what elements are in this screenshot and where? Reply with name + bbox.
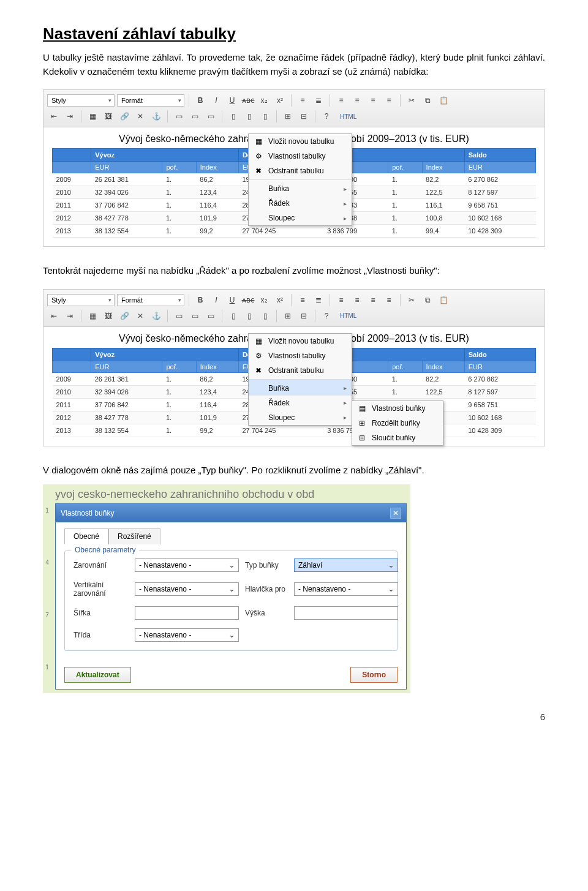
row-after-button[interactable]: ▭ <box>188 110 202 123</box>
menu-cell[interactable]: Buňka▸ <box>249 179 352 196</box>
col-before-button[interactable]: ▯ <box>227 110 240 123</box>
superscript-button[interactable]: x² <box>273 293 287 307</box>
menu-delete-table[interactable]: ✖Odstranit tabulku <box>249 363 352 378</box>
cell: 10 428 309 <box>464 225 535 238</box>
link-button[interactable]: 🔗 <box>118 309 131 323</box>
valign-select[interactable]: - Nenastaveno - <box>135 582 239 596</box>
close-icon[interactable]: ✕ <box>390 508 401 519</box>
style-dropdown[interactable]: Styly <box>47 94 115 107</box>
underline-button[interactable]: U <box>225 293 239 307</box>
align-right-button[interactable]: ≡ <box>366 94 380 107</box>
merge-cell-button[interactable]: ⊟ <box>297 309 311 323</box>
outdent-button[interactable]: ⇤ <box>47 309 61 323</box>
class-label: Třída <box>74 631 129 639</box>
delete-col-button[interactable]: ▯ <box>258 309 272 323</box>
superscript-button[interactable]: x² <box>273 94 287 107</box>
update-button[interactable]: Aktualizovat <box>64 667 131 683</box>
html-button[interactable]: HTML <box>336 110 361 123</box>
menu-insert-table[interactable]: ▦Vložit novou tabulku <box>249 134 352 149</box>
align-justify-button[interactable]: ≡ <box>382 293 396 307</box>
paste-button[interactable]: 📋 <box>437 94 450 107</box>
format-dropdown[interactable]: Formát <box>117 94 184 107</box>
align-center-button[interactable]: ≡ <box>350 94 364 107</box>
align-justify-button[interactable]: ≡ <box>382 94 396 107</box>
unlink-button[interactable]: ✕ <box>134 110 147 123</box>
menu-column[interactable]: Sloupec▸ <box>249 410 352 425</box>
menu-row[interactable]: Řádek▸ <box>249 396 352 410</box>
subscript-button[interactable]: x₂ <box>257 94 271 107</box>
align-select[interactable]: - Nenastaveno - <box>135 558 239 572</box>
strike-button[interactable]: ᴀʙᴄ <box>241 94 255 107</box>
format-dropdown[interactable]: Formát <box>117 294 184 306</box>
outdent-button[interactable]: ⇤ <box>47 110 61 123</box>
strike-button[interactable]: ᴀʙᴄ <box>241 293 255 307</box>
submenu-cell-props[interactable]: ▤Vlastnosti buňky <box>352 401 443 416</box>
class-select[interactable]: - Nenastaveno - <box>135 628 239 642</box>
copy-button[interactable]: ⧉ <box>421 94 434 107</box>
menu-column[interactable]: Sloupec▸ <box>249 211 352 225</box>
menu-row[interactable]: Řádek▸ <box>249 196 352 211</box>
row-before-button[interactable]: ▭ <box>172 309 186 323</box>
ol-button[interactable]: ≣ <box>312 293 325 307</box>
link-button[interactable]: 🔗 <box>118 110 131 123</box>
indent-button[interactable]: ⇥ <box>63 309 77 323</box>
anchor-button[interactable]: ⚓ <box>149 110 163 123</box>
cut-button[interactable]: ✂ <box>405 293 418 307</box>
submenu-split-cells[interactable]: ⊞Rozdělit buňky <box>352 416 443 430</box>
context-menu: ▦Vložit novou tabulku ⚙Vlastnosti tabulk… <box>248 133 352 226</box>
html-button[interactable]: HTML <box>336 309 361 323</box>
ul-button[interactable]: ≡ <box>296 94 309 107</box>
cell: 1. <box>162 199 196 212</box>
delete-row-button[interactable]: ▭ <box>204 309 217 323</box>
help-button[interactable]: ? <box>320 110 333 123</box>
subscript-button[interactable]: x₂ <box>257 293 271 307</box>
ol-button[interactable]: ≣ <box>312 94 325 107</box>
cut-button[interactable]: ✂ <box>405 94 418 107</box>
copy-button[interactable]: ⧉ <box>421 293 434 307</box>
underline-button[interactable]: U <box>225 94 239 107</box>
col-after-button[interactable]: ▯ <box>243 309 256 323</box>
menu-insert-table[interactable]: ▦Vložit novou tabulku <box>249 334 352 348</box>
split-cell-button[interactable]: ⊞ <box>281 309 295 323</box>
split-cell-button[interactable]: ⊞ <box>281 110 295 123</box>
table-button[interactable]: ▦ <box>86 309 99 323</box>
col-after-button[interactable]: ▯ <box>243 110 256 123</box>
bold-button[interactable]: B <box>194 94 207 107</box>
bold-button[interactable]: B <box>194 293 207 307</box>
tab-general[interactable]: Obecné <box>64 528 108 544</box>
width-input[interactable] <box>135 606 239 620</box>
indent-button[interactable]: ⇥ <box>63 110 77 123</box>
menu-table-props[interactable]: ⚙Vlastnosti tabulky <box>249 348 352 363</box>
ul-button[interactable]: ≡ <box>296 293 309 307</box>
table-button[interactable]: ▦ <box>86 110 99 123</box>
anchor-button[interactable]: ⚓ <box>149 309 163 323</box>
row-after-button[interactable]: ▭ <box>188 309 202 323</box>
unlink-button[interactable]: ✕ <box>134 309 147 323</box>
cell-type-select[interactable]: Záhlaví <box>294 558 398 572</box>
dialog-titlebar[interactable]: Vlastnosti buňky ✕ <box>56 504 406 522</box>
italic-button[interactable]: I <box>209 293 223 307</box>
height-input[interactable] <box>294 606 398 620</box>
align-left-button[interactable]: ≡ <box>334 94 348 107</box>
align-left-button[interactable]: ≡ <box>334 293 348 307</box>
submenu-merge-cells[interactable]: ⊟Sloučit buňky <box>352 430 443 445</box>
header-for-select[interactable]: - Nenastaveno - <box>294 582 398 596</box>
menu-cell[interactable]: Buňka▸ <box>249 379 352 396</box>
paste-button[interactable]: 📋 <box>437 293 450 307</box>
merge-cell-button[interactable]: ⊟ <box>297 110 311 123</box>
align-center-button[interactable]: ≡ <box>350 293 364 307</box>
style-dropdown[interactable]: Styly <box>47 294 115 306</box>
help-button[interactable]: ? <box>320 309 333 323</box>
image-button[interactable]: 🖼 <box>102 309 115 323</box>
menu-table-props[interactable]: ⚙Vlastnosti tabulky <box>249 149 352 164</box>
menu-delete-table[interactable]: ✖Odstranit tabulku <box>249 164 352 178</box>
cancel-button[interactable]: Storno <box>350 667 398 683</box>
align-right-button[interactable]: ≡ <box>366 293 380 307</box>
italic-button[interactable]: I <box>209 94 223 107</box>
col-before-button[interactable]: ▯ <box>227 309 240 323</box>
delete-row-button[interactable]: ▭ <box>204 110 217 123</box>
tab-advanced[interactable]: Rozšířené <box>108 528 160 544</box>
image-button[interactable]: 🖼 <box>102 110 115 123</box>
delete-col-button[interactable]: ▯ <box>258 110 272 123</box>
row-before-button[interactable]: ▭ <box>172 110 186 123</box>
